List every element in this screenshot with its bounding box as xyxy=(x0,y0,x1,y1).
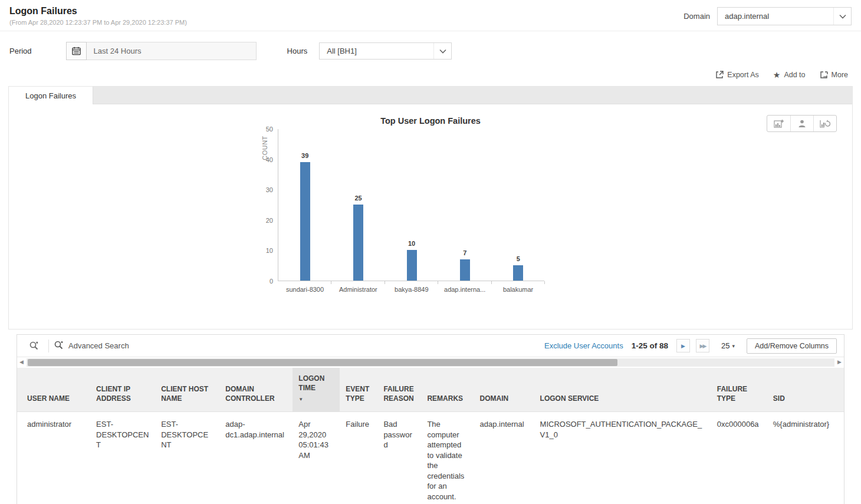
bar-value-label: 7 xyxy=(453,249,476,256)
page-size-dropdown[interactable]: 25 ▾ xyxy=(721,341,735,350)
hours-select-value: All [BH1] xyxy=(327,47,357,55)
column-header-domain[interactable]: DOMAIN xyxy=(474,368,534,412)
bar-value-label: 25 xyxy=(347,195,370,202)
bar-adap.interna...[interactable] xyxy=(460,259,470,281)
domain-select-value: adap.internal xyxy=(725,12,769,21)
y-tick-label: 10 xyxy=(253,247,273,254)
pagination-range: 1-25 of 88 xyxy=(632,341,668,350)
calendar-icon[interactable] xyxy=(66,42,87,60)
advanced-search-label: Advanced Search xyxy=(68,341,129,350)
scroll-left-icon[interactable]: ◀ xyxy=(19,359,24,365)
bar-Administrator[interactable] xyxy=(353,205,363,281)
bar-value-label: 10 xyxy=(400,240,423,247)
bar-balakumar[interactable] xyxy=(513,265,523,281)
tab-logon-failures[interactable]: Logon Failures xyxy=(9,87,93,104)
domain-select[interactable]: adap.internal xyxy=(717,7,852,25)
table-cell: adap.internal xyxy=(474,412,534,504)
x-axis-tick xyxy=(438,281,438,284)
x-axis-tick xyxy=(385,281,385,284)
table-cell: 0xc000006a xyxy=(711,412,767,504)
chart-panel: Top User Logon Failures COUNT 39sundari-… xyxy=(9,104,852,329)
sort-desc-icon: ▼ xyxy=(298,397,334,403)
table-cell: adap-dc1.adap.internal xyxy=(219,412,293,504)
report-panel: Logon Failures Top User Logon Failures C… xyxy=(8,86,853,330)
bar-bakya-8849[interactable] xyxy=(407,250,417,281)
add-remove-columns-button[interactable]: Add/Remove Columns xyxy=(747,338,837,354)
filters-row: Period Hours All [BH1] xyxy=(0,31,861,64)
column-header-event-type[interactable]: EVENT TYPE xyxy=(340,368,377,412)
bar-value-label: 5 xyxy=(507,255,530,262)
column-header-failure-type[interactable]: FAILURE TYPE xyxy=(711,368,767,412)
hours-select[interactable]: All [BH1] xyxy=(319,42,452,60)
add-to-label: Add to xyxy=(784,71,805,79)
table-cell: Bad password xyxy=(377,412,421,504)
column-header-sid[interactable]: SID xyxy=(767,368,844,412)
x-category-label: adap.interna... xyxy=(438,286,491,293)
export-as-button[interactable]: Export As xyxy=(715,71,759,79)
y-tick-label: 20 xyxy=(253,217,273,224)
y-tick-label: 30 xyxy=(253,186,273,193)
table-cell: Failure xyxy=(340,412,377,504)
table-cell: EST-DESKTOPCENT xyxy=(155,412,219,504)
column-header-client-host-name[interactable]: CLIENT HOST NAME xyxy=(155,368,219,412)
advanced-search-icon xyxy=(54,340,64,352)
next-page-button[interactable]: ▶ xyxy=(676,339,690,353)
add-to-button[interactable]: ★ Add to xyxy=(773,71,806,79)
domain-selector-group: Domain adap.internal xyxy=(683,7,852,25)
bar-chart: COUNT 39sundari-830025Administrator10bak… xyxy=(9,129,852,306)
bar-value-label: 39 xyxy=(293,152,317,159)
x-axis-tick xyxy=(491,281,492,284)
x-category-label: bakya-8849 xyxy=(385,286,438,293)
table-cell: Apr 29,2020 05:01:43 AM xyxy=(293,412,340,504)
last-page-button[interactable]: ▶▶ xyxy=(696,339,709,353)
table-body: administratorEST-DESKTOPCENTEST-DESKTOPC… xyxy=(17,412,844,504)
table-toolbar-right: Exclude User Accounts 1-25 of 88 ▶ ▶▶ 25… xyxy=(544,338,837,354)
column-header-remarks[interactable]: REMARKS xyxy=(421,368,474,412)
report-period-subtitle: (From Apr 28,2020 12:23:37 PM to Apr 29,… xyxy=(9,19,187,26)
table-cell: The computer attempted to validate the c… xyxy=(421,412,474,504)
horizontal-scrollbar: ◀ ▶ xyxy=(17,357,844,368)
advanced-search-button[interactable]: Advanced Search xyxy=(54,340,129,352)
bar-sundari-8300[interactable] xyxy=(300,162,310,281)
table-cell: EST-DESKTOPCENT xyxy=(90,412,155,504)
scrollbar-thumb[interactable] xyxy=(28,359,617,366)
search-icon[interactable] xyxy=(24,341,44,351)
chevron-down-icon xyxy=(833,8,851,25)
column-header-user-name[interactable]: USER NAME xyxy=(17,368,90,412)
star-icon: ★ xyxy=(773,71,781,79)
table-header-row: USER NAMECLIENT IP ADDRESSCLIENT HOST NA… xyxy=(17,368,844,412)
column-header-logon-time[interactable]: LOGON TIME▼ xyxy=(293,368,340,412)
period-input[interactable] xyxy=(87,42,257,60)
title-block: Logon Failures (From Apr 28,2020 12:23:3… xyxy=(9,6,187,26)
page-size-value: 25 xyxy=(721,341,729,350)
more-label: More xyxy=(832,71,848,79)
report-actions: Export As ★ Add to More xyxy=(0,64,861,85)
more-button[interactable]: More xyxy=(820,71,848,79)
column-header-domain-controller[interactable]: DOMAIN CONTROLLER xyxy=(219,368,293,412)
divider xyxy=(48,340,49,353)
results-table-section: Advanced Search Exclude User Accounts 1-… xyxy=(17,334,844,504)
period-picker xyxy=(66,42,257,60)
chart-title: Top User Logon Failures xyxy=(9,104,852,126)
period-label: Period xyxy=(9,47,32,55)
domain-label: Domain xyxy=(683,12,710,21)
x-category-label: balakumar xyxy=(492,286,545,293)
more-icon xyxy=(820,71,828,79)
scrollbar-track[interactable] xyxy=(27,358,834,367)
page-title: Logon Failures xyxy=(9,6,187,17)
column-header-logon-service[interactable]: LOGON SERVICE xyxy=(534,368,711,412)
y-tick-label: 40 xyxy=(253,156,273,163)
tab-bar: Logon Failures xyxy=(9,87,852,104)
x-category-label: Administrator xyxy=(331,286,385,293)
table-row[interactable]: administratorEST-DESKTOPCENTEST-DESKTOPC… xyxy=(17,412,844,504)
scroll-right-icon[interactable]: ▶ xyxy=(837,359,842,365)
column-header-failure-reason[interactable]: FAILURE REASON xyxy=(377,368,421,412)
column-header-client-ip-address[interactable]: CLIENT IP ADDRESS xyxy=(90,368,155,412)
caret-down-icon: ▾ xyxy=(732,343,735,349)
exclude-user-accounts-link[interactable]: Exclude User Accounts xyxy=(544,341,623,350)
table-cell: MICROSOFT_AUTHENTICATION_PACKAGE_V1_0 xyxy=(534,412,711,504)
table-cell: administrator xyxy=(17,412,90,504)
y-tick-label: 0 xyxy=(253,278,273,285)
hours-label: Hours xyxy=(287,47,308,55)
chevron-down-icon xyxy=(433,43,451,59)
